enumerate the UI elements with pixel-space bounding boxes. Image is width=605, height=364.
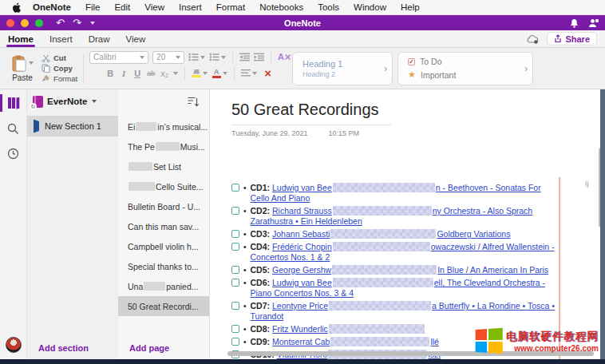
account-person-icon[interactable] (588, 18, 599, 28)
tab-draw[interactable]: Draw (89, 30, 110, 47)
heading1-style[interactable]: Heading 1 (302, 59, 342, 69)
font-size-select[interactable]: 20 (152, 51, 184, 64)
cd-link[interactable]: George Gershw (272, 265, 331, 275)
main-area: ↻ EverNote New Section 1 Add section (0, 89, 605, 359)
todo-checkbox[interactable] (231, 325, 239, 333)
decrease-indent-button[interactable] (239, 53, 250, 61)
paragraph-align-button[interactable] (241, 69, 257, 77)
todo-checkbox[interactable] (231, 279, 239, 287)
paste-button[interactable]: Paste (6, 55, 38, 82)
undo-button[interactable]: ↶ (56, 18, 65, 28)
menu-window[interactable]: Window (354, 2, 386, 12)
page-title[interactable]: 50 Great Recordings (231, 101, 605, 119)
todo-checkbox[interactable] (231, 184, 239, 192)
notebook-switcher[interactable]: ↻ EverNote (27, 89, 118, 113)
watermark: 电脑软硬件教程网 www.computer26.com (474, 329, 599, 353)
tab-insert[interactable]: Insert (49, 30, 73, 47)
sync-status-cloud-icon[interactable] (526, 34, 539, 44)
italic-button[interactable]: I (119, 69, 129, 78)
add-section-button[interactable]: Add section (27, 343, 118, 359)
bullet-list-button[interactable] (188, 53, 205, 61)
user-avatar[interactable] (6, 337, 22, 353)
cd-link[interactable]: Goldberg Variations (437, 229, 510, 239)
chevron-down-icon (92, 100, 97, 103)
notebooks-icon[interactable] (6, 96, 21, 110)
page-list-item[interactable]: Bulletin Board - U... (118, 196, 209, 216)
tags-gallery[interactable]: ✓ To Do ★ Important › (397, 52, 533, 85)
menu-app-name[interactable]: OneNote (33, 2, 71, 12)
add-page-button[interactable]: Add page (118, 343, 209, 359)
todo-checkbox[interactable] (231, 230, 239, 238)
cd-link[interactable]: Ludwig van Bee (272, 183, 332, 192)
todo-checkbox[interactable] (231, 302, 239, 310)
search-icon[interactable] (7, 123, 19, 135)
styles-gallery[interactable]: Heading 1 Heading 2 › (292, 52, 393, 85)
section-item[interactable]: New Section 1 (27, 116, 118, 136)
page-list-item[interactable]: Eiin’s musical... (118, 117, 209, 136)
strikethrough-button[interactable]: ab (146, 69, 156, 77)
todo-checkbox[interactable] (231, 338, 239, 346)
page-list-item[interactable]: Cello Suite... (118, 176, 209, 196)
cd-link[interactable]: Johann Sebasti (272, 229, 330, 239)
cut-button[interactable]: Cut (42, 53, 77, 62)
share-button[interactable]: Share (547, 32, 597, 46)
cd-link[interactable]: Fritz Wunderlic (272, 324, 328, 334)
sort-pages-icon[interactable] (188, 97, 200, 107)
page-canvas[interactable]: 50 Great Recordings Tuesday, June 29, 20… (210, 89, 605, 359)
todo-checkbox[interactable] (231, 243, 239, 251)
cd-link[interactable]: Richard Strauss (272, 206, 332, 216)
menu-edit[interactable]: Edit (114, 2, 130, 12)
cd-link[interactable]: llé (430, 337, 439, 346)
todo-checkbox[interactable] (231, 266, 239, 274)
minimize-window-button[interactable] (21, 19, 29, 27)
increase-indent-button[interactable] (254, 53, 264, 61)
menu-notebooks[interactable]: Notebooks (259, 2, 303, 12)
page-list-item[interactable]: The Pe Musi... (118, 136, 209, 156)
heading2-style[interactable]: Heading 2 (302, 70, 342, 78)
delete-button[interactable]: × (264, 68, 271, 79)
underline-button[interactable]: U (132, 69, 142, 78)
page-list-item[interactable]: Unapanied... (118, 276, 209, 296)
highlight-color-button[interactable] (192, 69, 208, 77)
page-list-item[interactable]: Can this man sav... (118, 216, 209, 236)
cd-link[interactable]: Leontyne Price (272, 301, 328, 311)
customize-toolbar-icon[interactable] (90, 22, 95, 25)
page-list-item[interactable]: 50 Great Recordi... (118, 296, 209, 316)
font-color-button[interactable]: A (212, 69, 227, 78)
menu-help[interactable]: Help (401, 2, 420, 12)
redo-button[interactable]: ↷ (73, 18, 81, 28)
page-list-item[interactable]: Set List (118, 156, 209, 176)
numbered-list-button[interactable] (209, 53, 226, 61)
todo-tag[interactable]: ✓ To Do (408, 57, 456, 66)
menu-view[interactable]: View (144, 2, 164, 12)
apple-menu-icon[interactable] (13, 2, 22, 13)
font-family-select[interactable]: Calibri (89, 51, 148, 64)
close-window-button[interactable] (6, 19, 14, 27)
format-painter-button[interactable]: Format (42, 74, 77, 83)
page-list-item[interactable]: Campbell violin h... (118, 236, 209, 256)
tags-expand-chevron[interactable]: › (513, 63, 528, 74)
paste-dropdown-caret[interactable] (29, 61, 34, 65)
cd-link[interactable]: Ludwig van Bee (272, 278, 332, 287)
page-list-item[interactable]: Special thanks to... (118, 256, 209, 276)
cd-link[interactable]: In Blue / An American In Paris (437, 265, 548, 275)
todo-checkbox[interactable] (231, 207, 239, 215)
important-tag[interactable]: ★ Important (408, 69, 456, 80)
copy-button[interactable]: Copy (42, 64, 77, 73)
notifications-bell-icon[interactable] (570, 18, 579, 28)
menu-tools[interactable]: Tools (318, 2, 339, 12)
tab-view[interactable]: View (126, 30, 146, 47)
cd-link[interactable]: Frédéric Chopin (272, 242, 332, 251)
menu-insert[interactable]: Insert (179, 2, 202, 12)
zoom-window-button[interactable] (35, 19, 43, 27)
menu-file[interactable]: File (85, 2, 101, 12)
chevron-down-icon[interactable] (173, 72, 178, 75)
menu-format[interactable]: Format (216, 2, 245, 12)
clear-formatting-button[interactable]: A⨯ (278, 52, 287, 62)
subscript-button[interactable]: x₂ (160, 69, 169, 78)
tab-home[interactable]: Home (8, 30, 34, 47)
bold-button[interactable]: B (105, 69, 115, 78)
recent-clock-icon[interactable] (7, 148, 19, 160)
cd-link[interactable]: Montserrat Cab (272, 337, 330, 346)
styles-expand-chevron[interactable]: › (373, 63, 387, 74)
